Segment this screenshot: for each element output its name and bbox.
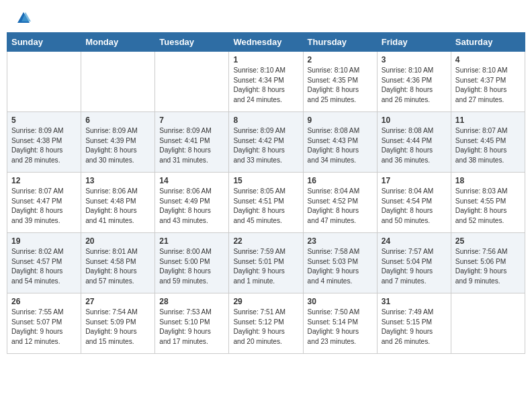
weekday-header: Tuesday bbox=[155, 32, 229, 51]
cell-text: Sunrise: 7:50 AM Sunset: 5:14 PM Dayligh… bbox=[308, 308, 373, 347]
calendar-cell bbox=[155, 51, 229, 111]
calendar-cell: 14Sunrise: 8:06 AM Sunset: 4:49 PM Dayli… bbox=[155, 172, 229, 232]
calendar-cell: 25Sunrise: 7:56 AM Sunset: 5:06 PM Dayli… bbox=[451, 232, 525, 293]
day-number: 18 bbox=[455, 176, 521, 185]
day-number: 24 bbox=[382, 236, 447, 246]
calendar-cell: 20Sunrise: 8:01 AM Sunset: 4:58 PM Dayli… bbox=[81, 232, 155, 293]
cell-text: Sunrise: 8:06 AM Sunset: 4:49 PM Dayligh… bbox=[159, 187, 224, 226]
weekday-header: Friday bbox=[377, 32, 451, 51]
cell-text: Sunrise: 8:06 AM Sunset: 4:48 PM Dayligh… bbox=[85, 187, 150, 226]
calendar-cell: 15Sunrise: 8:05 AM Sunset: 4:51 PM Dayli… bbox=[229, 172, 303, 232]
logo bbox=[16, 12, 31, 26]
cell-text: Sunrise: 8:07 AM Sunset: 4:45 PM Dayligh… bbox=[455, 126, 521, 166]
cell-text: Sunrise: 8:09 AM Sunset: 4:41 PM Dayligh… bbox=[159, 126, 224, 166]
day-number: 29 bbox=[233, 297, 298, 306]
calendar-cell: 27Sunrise: 7:54 AM Sunset: 5:09 PM Dayli… bbox=[81, 293, 155, 353]
weekday-header: Saturday bbox=[451, 32, 525, 51]
calendar-cell: 5Sunrise: 8:09 AM Sunset: 4:38 PM Daylig… bbox=[7, 111, 81, 172]
cell-text: Sunrise: 8:09 AM Sunset: 4:39 PM Dayligh… bbox=[85, 126, 150, 166]
calendar-cell: 24Sunrise: 7:57 AM Sunset: 5:04 PM Dayli… bbox=[377, 232, 451, 293]
weekday-header: Monday bbox=[81, 32, 155, 51]
cell-text: Sunrise: 7:53 AM Sunset: 5:10 PM Dayligh… bbox=[159, 308, 224, 347]
calendar-cell: 22Sunrise: 7:59 AM Sunset: 5:01 PM Dayli… bbox=[229, 232, 303, 293]
cell-text: Sunrise: 8:10 AM Sunset: 4:35 PM Dayligh… bbox=[308, 66, 373, 105]
day-number: 30 bbox=[308, 297, 373, 306]
cell-text: Sunrise: 7:55 AM Sunset: 5:07 PM Dayligh… bbox=[11, 308, 77, 347]
calendar-cell: 10Sunrise: 8:08 AM Sunset: 4:44 PM Dayli… bbox=[377, 111, 451, 172]
day-number: 12 bbox=[11, 176, 77, 185]
calendar-cell: 30Sunrise: 7:50 AM Sunset: 5:14 PM Dayli… bbox=[303, 293, 377, 353]
cell-text: Sunrise: 8:04 AM Sunset: 4:54 PM Dayligh… bbox=[382, 187, 447, 226]
calendar-cell: 8Sunrise: 8:09 AM Sunset: 4:42 PM Daylig… bbox=[229, 111, 303, 172]
logo-general-text bbox=[16, 12, 31, 26]
calendar-row: 12Sunrise: 8:07 AM Sunset: 4:47 PM Dayli… bbox=[7, 172, 525, 232]
day-number: 3 bbox=[382, 55, 447, 64]
cell-text: Sunrise: 7:51 AM Sunset: 5:12 PM Dayligh… bbox=[233, 308, 298, 347]
day-number: 2 bbox=[308, 55, 373, 64]
calendar-cell bbox=[451, 293, 525, 353]
cell-text: Sunrise: 7:57 AM Sunset: 5:04 PM Dayligh… bbox=[382, 247, 447, 287]
cell-text: Sunrise: 8:09 AM Sunset: 4:42 PM Dayligh… bbox=[233, 126, 298, 166]
calendar-header: SundayMondayTuesdayWednesdayThursdayFrid… bbox=[7, 32, 525, 51]
calendar-cell: 3Sunrise: 8:10 AM Sunset: 4:36 PM Daylig… bbox=[377, 51, 451, 111]
cell-text: Sunrise: 8:10 AM Sunset: 4:37 PM Dayligh… bbox=[455, 66, 521, 105]
day-number: 26 bbox=[11, 297, 77, 306]
day-number: 31 bbox=[382, 297, 447, 306]
day-number: 8 bbox=[233, 116, 298, 125]
calendar-cell: 2Sunrise: 8:10 AM Sunset: 4:35 PM Daylig… bbox=[303, 51, 377, 111]
calendar-cell: 6Sunrise: 8:09 AM Sunset: 4:39 PM Daylig… bbox=[81, 111, 155, 172]
calendar-cell: 18Sunrise: 8:03 AM Sunset: 4:55 PM Dayli… bbox=[451, 172, 525, 232]
day-number: 28 bbox=[159, 297, 224, 306]
calendar-row: 1Sunrise: 8:10 AM Sunset: 4:34 PM Daylig… bbox=[7, 51, 525, 111]
cell-text: Sunrise: 8:07 AM Sunset: 4:47 PM Dayligh… bbox=[11, 187, 77, 226]
weekday-header: Wednesday bbox=[229, 32, 303, 51]
day-number: 10 bbox=[382, 116, 447, 125]
cell-text: Sunrise: 8:03 AM Sunset: 4:55 PM Dayligh… bbox=[455, 187, 521, 226]
day-number: 20 bbox=[85, 236, 150, 246]
day-number: 11 bbox=[455, 116, 521, 125]
calendar-cell: 26Sunrise: 7:55 AM Sunset: 5:07 PM Dayli… bbox=[7, 293, 81, 353]
calendar-cell bbox=[81, 51, 155, 111]
calendar-cell: 11Sunrise: 8:07 AM Sunset: 4:45 PM Dayli… bbox=[451, 111, 525, 172]
day-number: 6 bbox=[85, 116, 150, 125]
calendar-cell: 21Sunrise: 8:00 AM Sunset: 5:00 PM Dayli… bbox=[155, 232, 229, 293]
day-number: 4 bbox=[455, 55, 521, 64]
calendar-row: 5Sunrise: 8:09 AM Sunset: 4:38 PM Daylig… bbox=[7, 111, 525, 172]
day-number: 22 bbox=[233, 236, 298, 246]
day-number: 23 bbox=[308, 236, 373, 246]
day-number: 5 bbox=[11, 116, 77, 125]
day-number: 21 bbox=[159, 236, 224, 246]
day-number: 27 bbox=[85, 297, 150, 306]
calendar-row: 19Sunrise: 8:02 AM Sunset: 4:57 PM Dayli… bbox=[7, 232, 525, 293]
day-number: 1 bbox=[233, 55, 298, 64]
day-number: 9 bbox=[308, 116, 373, 125]
day-number: 25 bbox=[455, 236, 521, 246]
cell-text: Sunrise: 7:49 AM Sunset: 5:15 PM Dayligh… bbox=[382, 308, 447, 347]
calendar-cell: 1Sunrise: 8:10 AM Sunset: 4:34 PM Daylig… bbox=[229, 51, 303, 111]
calendar-cell: 9Sunrise: 8:08 AM Sunset: 4:43 PM Daylig… bbox=[303, 111, 377, 172]
calendar-cell: 17Sunrise: 8:04 AM Sunset: 4:54 PM Dayli… bbox=[377, 172, 451, 232]
cell-text: Sunrise: 7:59 AM Sunset: 5:01 PM Dayligh… bbox=[233, 247, 298, 287]
calendar-cell: 29Sunrise: 7:51 AM Sunset: 5:12 PM Dayli… bbox=[229, 293, 303, 353]
cell-text: Sunrise: 8:10 AM Sunset: 4:36 PM Dayligh… bbox=[382, 66, 447, 105]
cell-text: Sunrise: 8:05 AM Sunset: 4:51 PM Dayligh… bbox=[233, 187, 298, 226]
cell-text: Sunrise: 8:09 AM Sunset: 4:38 PM Dayligh… bbox=[11, 126, 77, 166]
cell-text: Sunrise: 8:04 AM Sunset: 4:52 PM Dayligh… bbox=[308, 187, 373, 226]
calendar-cell: 4Sunrise: 8:10 AM Sunset: 4:37 PM Daylig… bbox=[451, 51, 525, 111]
calendar-body: 1Sunrise: 8:10 AM Sunset: 4:34 PM Daylig… bbox=[7, 51, 525, 353]
day-number: 15 bbox=[233, 176, 298, 185]
cell-text: Sunrise: 7:58 AM Sunset: 5:03 PM Dayligh… bbox=[308, 247, 373, 287]
cell-text: Sunrise: 8:10 AM Sunset: 4:34 PM Dayligh… bbox=[233, 66, 298, 105]
day-number: 14 bbox=[159, 176, 224, 185]
cell-text: Sunrise: 8:01 AM Sunset: 4:58 PM Dayligh… bbox=[85, 247, 150, 287]
day-number: 13 bbox=[85, 176, 150, 185]
calendar-cell bbox=[7, 51, 81, 111]
day-number: 17 bbox=[382, 176, 447, 185]
calendar-row: 26Sunrise: 7:55 AM Sunset: 5:07 PM Dayli… bbox=[7, 293, 525, 353]
weekday-header: Sunday bbox=[7, 32, 81, 51]
page-header bbox=[0, 0, 532, 32]
calendar-cell: 16Sunrise: 8:04 AM Sunset: 4:52 PM Dayli… bbox=[303, 172, 377, 232]
cell-text: Sunrise: 8:08 AM Sunset: 4:43 PM Dayligh… bbox=[308, 126, 373, 166]
calendar-wrapper: SundayMondayTuesdayWednesdayThursdayFrid… bbox=[0, 32, 532, 361]
cell-text: Sunrise: 7:54 AM Sunset: 5:09 PM Dayligh… bbox=[85, 308, 150, 347]
